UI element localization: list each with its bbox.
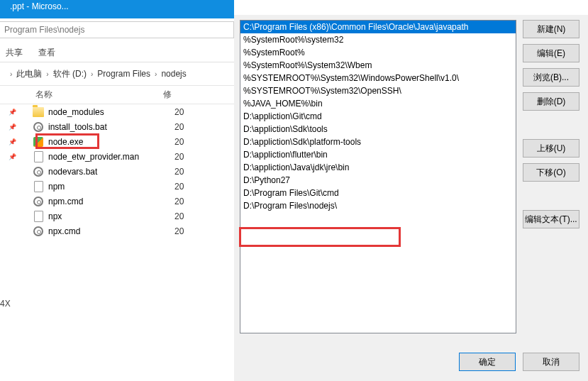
path-row[interactable]: %SystemRoot%\system32 [240, 33, 516, 46]
gear-icon [30, 167, 47, 177]
path-row[interactable]: %JAVA_HOME%\bin [240, 97, 516, 110]
pin-icon: 📌 [7, 109, 17, 116]
column-header-date[interactable]: 修 [163, 89, 234, 101]
column-headers: 名称 修 [0, 86, 234, 104]
file-row[interactable]: npx.cmd20 [0, 223, 234, 238]
file-name: npx [47, 211, 174, 221]
cancel-button[interactable]: 取消 [523, 353, 579, 371]
tab-view[interactable]: 查看 [38, 47, 55, 59]
path-row[interactable]: D:\appliction\Git\cmd [240, 110, 516, 123]
file-date: 20 [174, 197, 184, 206]
file-row[interactable]: npm20 [0, 179, 234, 194]
doc-icon [30, 151, 47, 162]
path-row[interactable]: %SYSTEMROOT%\System32\OpenSSH\ [240, 84, 516, 97]
folder-icon [30, 107, 47, 117]
file-row[interactable]: npx20 [0, 209, 234, 223]
button-column: 新建(N) 编辑(E) 浏览(B)... 删除(D) 上移(U) 下移(O) 编… [523, 20, 579, 228]
file-name: npm [47, 182, 174, 192]
gear-icon [30, 197, 47, 206]
breadcrumb[interactable]: › 此电脑 › 软件 (D:) › Program Files › nodejs [6, 65, 234, 82]
file-name: npm.cmd [47, 197, 174, 206]
browse-button[interactable]: 浏览(B)... [523, 68, 579, 87]
crumb-this-pc[interactable]: 此电脑 [16, 68, 42, 80]
gear-icon [30, 122, 47, 132]
path-row[interactable]: D:\Program Files\nodejs\ [240, 199, 516, 212]
pin-icon: 📌 [7, 123, 17, 131]
file-date: 20 [174, 107, 184, 117]
pin-icon: 📌 [7, 138, 17, 145]
chevron-right-icon: › [155, 70, 157, 78]
path-row[interactable]: D:\appliction\Sdk\platform-tools [240, 136, 516, 148]
path-row[interactable]: %SystemRoot% [240, 46, 516, 59]
path-row[interactable]: D:\Program Files\Git\cmd [240, 187, 516, 199]
file-explorer-pane: .ppt - Microso... Program Files\nodejs 共… [0, 0, 234, 381]
file-name: nodevars.bat [47, 167, 174, 177]
file-date: 20 [174, 137, 184, 147]
path-row[interactable]: D:\appliction\Java\jdk\jre\bin [240, 161, 516, 174]
crumb-drive[interactable]: 软件 (D:) [53, 68, 87, 80]
file-name: npx.cmd [47, 226, 174, 236]
crumb-folder-1[interactable]: Program Files [97, 69, 150, 79]
file-list[interactable]: 📌node_modules20📌install_tools.bat20📌node… [0, 104, 234, 238]
chevron-right-icon: › [10, 70, 12, 78]
delete-button[interactable]: 删除(D) [523, 92, 579, 111]
file-row[interactable]: nodevars.bat20 [0, 164, 234, 179]
file-list-area: 名称 修 📌node_modules20📌install_tools.bat20… [0, 85, 234, 381]
file-name: install_tools.bat [47, 122, 174, 132]
file-name: node_modules [47, 107, 174, 117]
file-row[interactable]: 📌install_tools.bat20 [0, 119, 234, 134]
address-bar[interactable]: Program Files\nodejs [0, 21, 234, 38]
file-date: 20 [174, 122, 184, 132]
file-name: node_etw_provider.man [47, 152, 174, 162]
file-row[interactable]: npm.cmd20 [0, 194, 234, 209]
file-row[interactable]: 📌node_etw_provider.man20 [0, 149, 234, 164]
chevron-right-icon: › [46, 70, 48, 78]
path-listbox[interactable]: C:\Program Files (x86)\Common Files\Orac… [240, 20, 516, 333]
doc-icon [30, 181, 47, 192]
column-header-name[interactable]: 名称 [0, 89, 163, 101]
statusbar-text: 4X [0, 299, 11, 309]
tab-share[interactable]: 共享 [6, 47, 23, 59]
path-row[interactable]: C:\Program Files (x86)\Common Files\Orac… [240, 21, 516, 33]
file-date: 20 [174, 152, 184, 162]
file-name: node.exe [47, 137, 174, 147]
file-date: 20 [174, 226, 184, 236]
dialog-bottom-buttons: 确定 取消 [459, 353, 579, 371]
file-date: 20 [174, 211, 184, 221]
taskbar-tab[interactable]: .ppt - Microso... [10, 1, 69, 11]
ribbon-tabs: 共享 查看 [0, 44, 234, 62]
address-bar-row: Program Files\nodejs [0, 21, 234, 38]
move-up-button[interactable]: 上移(U) [523, 139, 579, 158]
file-row[interactable]: 📌node_modules20 [0, 104, 234, 119]
ok-button[interactable]: 确定 [459, 353, 516, 371]
path-row[interactable]: D:\appliction\Sdk\tools [240, 123, 516, 136]
path-row[interactable]: D:\Python27 [240, 174, 516, 187]
file-date: 20 [174, 182, 184, 192]
pin-icon: 📌 [7, 153, 17, 160]
path-row[interactable]: %SYSTEMROOT%\System32\WindowsPowerShell\… [240, 72, 516, 84]
path-row[interactable]: D:\appliction\flutter\bin [240, 148, 516, 161]
crumb-folder-2[interactable]: nodejs [161, 69, 186, 79]
env-var-dialog: C:\Program Files (x86)\Common Files\Orac… [234, 15, 588, 381]
exe-icon [30, 137, 47, 147]
move-down-button[interactable]: 下移(O) [523, 163, 579, 182]
path-row[interactable]: %SystemRoot%\System32\Wbem [240, 59, 516, 72]
new-button[interactable]: 新建(N) [523, 20, 579, 38]
file-row[interactable]: 📌node.exe20 [0, 134, 234, 149]
chevron-right-icon: › [91, 70, 93, 78]
file-date: 20 [174, 167, 184, 177]
gear-icon [30, 226, 47, 236]
edit-text-button[interactable]: 编辑文本(T)... [523, 210, 579, 228]
doc-icon [30, 211, 47, 222]
edit-button[interactable]: 编辑(E) [523, 44, 579, 62]
